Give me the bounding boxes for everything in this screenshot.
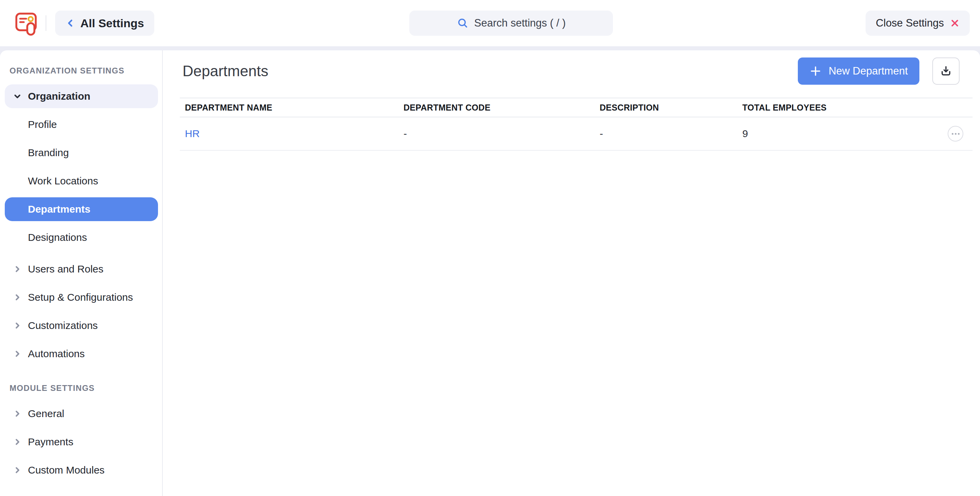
page-title: Departments <box>183 63 798 79</box>
plus-icon <box>810 65 822 77</box>
chevron-right-icon <box>12 409 28 419</box>
cell-total-employees: 9 <box>737 128 939 139</box>
sidebar-item-branding[interactable]: Branding <box>5 141 158 165</box>
close-settings-label: Close Settings <box>876 17 944 29</box>
new-department-label: New Department <box>829 65 908 77</box>
cell-department-code: - <box>398 128 595 139</box>
settings-sidebar: ORGANIZATION SETTINGS Organization Profi… <box>0 50 163 496</box>
download-icon <box>939 65 952 78</box>
chevron-down-icon <box>12 91 28 101</box>
table-row[interactable]: HR - - 9 <box>180 117 972 151</box>
sidebar-item-label: Work Locations <box>28 175 98 187</box>
sidebar-item-organization[interactable]: Organization <box>5 84 158 108</box>
top-bar: All Settings Search settings ( / ) Close… <box>0 0 980 46</box>
sidebar-item-label: Organization <box>28 90 90 102</box>
search-settings-input[interactable]: Search settings ( / ) <box>409 11 613 36</box>
sidebar-item-label: General <box>28 408 64 420</box>
sidebar-item-label: Departments <box>28 203 90 215</box>
sidebar-item-work-locations[interactable]: Work Locations <box>5 169 158 193</box>
sidebar-item-label: Profile <box>28 119 57 130</box>
section-label-organization-settings: ORGANIZATION SETTINGS <box>5 66 158 76</box>
cell-description: - <box>595 128 737 139</box>
new-department-button[interactable]: New Department <box>798 57 920 85</box>
row-actions-button[interactable] <box>948 126 963 141</box>
chevron-left-icon <box>65 18 76 28</box>
column-header-department-code: DEPARTMENT CODE <box>398 103 595 113</box>
sidebar-item-setup-configurations[interactable]: Setup & Configurations <box>5 285 158 309</box>
sidebar-item-general[interactable]: General <box>5 402 158 426</box>
column-header-total-employees: TOTAL EMPLOYEES <box>737 103 939 113</box>
departments-page: Departments New Department DEPARTMENT NA… <box>163 50 980 496</box>
sidebar-item-label: Automations <box>28 348 85 360</box>
page-header: Departments New Department <box>183 57 959 85</box>
section-label-module-settings: MODULE SETTINGS <box>5 383 158 393</box>
sidebar-item-label: Setup & Configurations <box>28 292 133 303</box>
all-settings-label: All Settings <box>80 17 144 30</box>
close-settings-button[interactable]: Close Settings <box>865 11 970 36</box>
sidebar-item-customizations[interactable]: Customizations <box>5 314 158 338</box>
column-header-department-name: DEPARTMENT NAME <box>180 103 398 113</box>
table-header-row: DEPARTMENT NAME DEPARTMENT CODE DESCRIPT… <box>180 98 972 117</box>
app-logo-icon <box>15 10 37 36</box>
sidebar-item-label: Payments <box>28 436 73 448</box>
sidebar-item-label: Users and Roles <box>28 263 103 275</box>
export-button[interactable] <box>932 57 959 85</box>
sidebar-item-label: Designations <box>28 232 87 243</box>
chevron-right-icon <box>12 292 28 303</box>
departments-table: DEPARTMENT NAME DEPARTMENT CODE DESCRIPT… <box>180 98 972 151</box>
sidebar-item-custom-modules[interactable]: Custom Modules <box>5 458 158 482</box>
chevron-right-icon <box>12 465 28 475</box>
sidebar-item-designations[interactable]: Designations <box>5 225 158 249</box>
sidebar-item-payments[interactable]: Payments <box>5 430 158 454</box>
cell-department-name: HR <box>180 128 398 139</box>
cell-actions <box>939 126 972 141</box>
divider <box>46 15 46 31</box>
sidebar-item-label: Branding <box>28 147 69 158</box>
close-x-icon <box>950 18 959 28</box>
column-header-description: DESCRIPTION <box>595 103 737 113</box>
sidebar-item-automations[interactable]: Automations <box>5 342 158 366</box>
sidebar-item-label: Custom Modules <box>28 464 105 476</box>
chevron-right-icon <box>12 349 28 359</box>
sidebar-item-label: Customizations <box>28 320 98 331</box>
search-placeholder: Search settings ( / ) <box>474 17 566 29</box>
sidebar-item-departments[interactable]: Departments <box>5 197 158 221</box>
chevron-right-icon <box>12 320 28 331</box>
chevron-right-icon <box>12 264 28 274</box>
chevron-right-icon <box>12 437 28 447</box>
search-icon <box>457 17 469 29</box>
sidebar-item-profile[interactable]: Profile <box>5 113 158 136</box>
sidebar-item-users-and-roles[interactable]: Users and Roles <box>5 257 158 281</box>
settings-panel: ORGANIZATION SETTINGS Organization Profi… <box>0 50 980 496</box>
department-link[interactable]: HR <box>185 128 200 139</box>
all-settings-button[interactable]: All Settings <box>55 11 154 36</box>
ellipsis-icon <box>952 133 953 135</box>
